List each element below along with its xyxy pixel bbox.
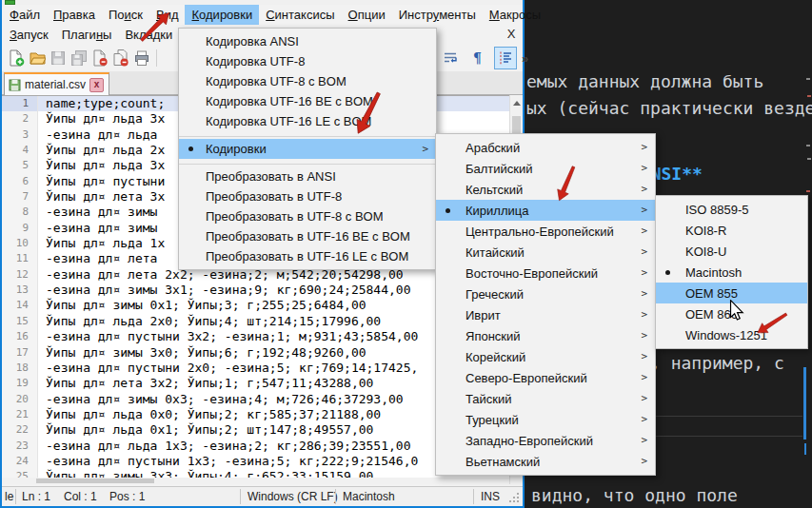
menu-item[interactable]: Кодировка UTF-8 с BOM > (179, 71, 436, 91)
menu-bar-item[interactable]: Кодировки (185, 5, 259, 25)
menu-item[interactable]: Кельтский > (436, 179, 655, 200)
horizontal-scrollbar[interactable] (2, 478, 509, 484)
editor-line: 20 -езина дл¤ зимы 0х3; -езина;4; м;726;… (2, 392, 509, 407)
scroll-up-arrow-icon[interactable] (513, 101, 521, 106)
background-text-line: видно, что одно поле (531, 485, 738, 505)
minimap-mark (806, 145, 810, 147)
menu-item[interactable]: Кодировка ANSI > (179, 31, 436, 51)
menu-item[interactable]: Центрально-Европейский > (436, 221, 655, 242)
menu-item[interactable]: Macintosh > (656, 262, 807, 283)
background-text-line: емых данных должна быть (526, 71, 763, 91)
menu-bar-item[interactable]: Правка (47, 5, 102, 25)
menu-item[interactable]: Японский > (436, 325, 655, 346)
minimap-mark (807, 95, 811, 97)
menu-item[interactable]: Преобразовать в UTF-8 > (179, 186, 436, 206)
menu-bar-item[interactable]: Макросы (483, 5, 547, 25)
close-icon[interactable] (89, 48, 110, 68)
line-number: 20 (2, 392, 38, 407)
menu-item[interactable]: ISO 8859-5 > (656, 199, 807, 220)
menu-item[interactable]: Северо-Европейский > (436, 367, 655, 388)
menu-item[interactable]: Кодировки > (179, 139, 436, 159)
menu-item[interactable]: Турецкий > (436, 409, 655, 430)
submenu-chevron-icon: > (641, 140, 647, 155)
menu-item[interactable]: Кодировка UTF-8 > (179, 51, 436, 71)
menu-item[interactable]: Корейский > (436, 346, 655, 367)
background-scrollbar[interactable] (803, 367, 806, 440)
status-encoding[interactable]: Macintosh (343, 490, 395, 503)
divider-line (655, 436, 802, 437)
line-number: 23 (2, 439, 38, 454)
submenu-chevron-icon: > (641, 433, 647, 448)
print-icon[interactable] (131, 48, 152, 68)
status-eol-format[interactable]: Windows (CR LF) (248, 490, 338, 503)
save-icon[interactable] (48, 48, 69, 68)
indent-guide-icon[interactable] (494, 47, 517, 69)
svg-text:¶: ¶ (473, 50, 482, 66)
submenu-chevron-icon: > (641, 182, 647, 197)
line-number: 14 (2, 298, 38, 313)
menu-item[interactable]: Арабский > (436, 137, 655, 158)
line-number: 4 (2, 143, 38, 158)
editor-line: 16 -езина дл¤ пустыни 3х2; -езина;1; м;9… (2, 329, 509, 344)
red-annotation-arrow (134, 10, 176, 44)
divider-line (655, 416, 802, 417)
menu-item[interactable]: Вьетнамский > (436, 451, 655, 472)
editor-line: 15 Ўипы дл¤ льда 2х0; Ўипы;4; шт;214;15;… (2, 314, 509, 329)
menu-item[interactable]: Преобразовать в ANSI > (179, 166, 436, 186)
menu-item[interactable]: Восточно-Европейский > (436, 263, 655, 283)
close-all-icon[interactable] (110, 48, 131, 68)
tab-title: material.csv (25, 78, 86, 91)
menu-bar-item[interactable]: Плагины (55, 25, 119, 45)
status-bar: le Ln : 1 Col : 1 Pos : 1 Windows (CR LF… (2, 486, 523, 506)
menu-item[interactable]: Китайский > (436, 242, 655, 263)
encoding-menu: Кодировка ANSI > Кодировка UTF-8 > Кодир… (178, 28, 437, 270)
menu-item[interactable]: Греческий > (436, 283, 655, 304)
show-all-characters-icon[interactable]: ¶ (466, 47, 489, 69)
line-number: 22 (2, 422, 38, 438)
line-number: 15 (2, 314, 38, 329)
menu-bar-item[interactable]: Файл (3, 5, 47, 25)
menu-item[interactable]: Иврит > (436, 304, 655, 325)
menu-item[interactable]: KOI8-R > (656, 220, 807, 241)
menu-item[interactable]: Преобразовать в UTF-8 с BOM > (179, 206, 436, 226)
menu-item[interactable]: Преобразовать в UTF-16 BE с BOM > (179, 226, 436, 246)
submenu-chevron-icon: > (641, 370, 647, 385)
new-file-icon[interactable] (6, 48, 27, 68)
menu-bar-item[interactable]: Опции (342, 5, 392, 25)
character-sets-submenu: Арабский > Балтийский > Кельтский > Кири… (435, 133, 656, 476)
editor-line: 18 -езина дл¤ пустыни 2х0; -езина;5; кг;… (2, 361, 509, 376)
toolbar-separator (156, 49, 157, 67)
menu-item[interactable]: Кодировка UTF-16 LE с BOM > (179, 111, 436, 131)
menu-bar-item[interactable]: Запуск (3, 25, 55, 45)
line-number: 17 (2, 345, 38, 361)
menu-item[interactable]: KOI8-U > (656, 241, 807, 262)
horizontal-scrollbar-thumb[interactable] (36, 479, 154, 483)
menu-item[interactable]: Кодировка UTF-16 BE с BOM > (179, 91, 436, 111)
menu-bar-item[interactable]: Синтаксисы (259, 5, 341, 25)
open-file-icon[interactable] (27, 48, 48, 68)
menu-item[interactable]: Кириллица > (436, 200, 655, 221)
editor-line: 22 Ўипы дл¤ льда 0х1; Ўипы;2; шт;147;8;4… (2, 422, 509, 438)
submenu-chevron-icon: > (641, 203, 647, 218)
selected-bullet-icon (188, 147, 193, 151)
menu-item[interactable]: > (179, 159, 436, 166)
menu-item[interactable]: Преобразовать в UTF-16 LE с BOM > (179, 246, 436, 266)
submenu-chevron-icon: > (641, 412, 647, 427)
tab-close-icon[interactable]: x (89, 78, 104, 92)
status-insert-mode[interactable]: INS (481, 490, 500, 503)
menu-item[interactable]: Западно-Европейский > (436, 430, 655, 451)
resize-grip[interactable] (517, 500, 519, 502)
document-close-button[interactable]: X (504, 26, 519, 43)
status-line: Ln : 1 (22, 490, 50, 503)
word-wrap-icon[interactable] (439, 47, 462, 69)
menu-item[interactable]: Тайский > (436, 388, 655, 409)
save-all-icon[interactable] (69, 48, 89, 68)
toolbar-overflow-chevron[interactable]: » (522, 51, 528, 66)
submenu-chevron-icon: > (641, 307, 647, 322)
editor-line: 14 Ўипы дл¤ зимы 0х1; Ўипы;3; г;255;25;6… (2, 298, 509, 313)
submenu-chevron-icon: > (641, 391, 647, 406)
menu-item[interactable]: > (179, 131, 436, 139)
submenu-chevron-icon: > (641, 161, 647, 176)
tab-material-csv[interactable]: material.csv x (4, 72, 109, 95)
menu-bar-item[interactable]: Инструменты (392, 5, 483, 25)
